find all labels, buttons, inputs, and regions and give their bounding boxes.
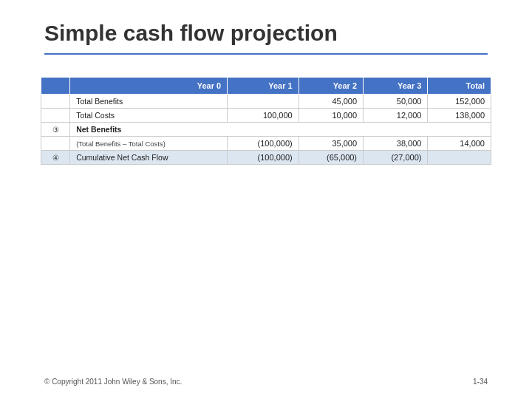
table-row: ③ Net Benefits — [41, 123, 491, 137]
col-header-year3: Year 3 — [364, 78, 428, 95]
table-header-row: Year 0 Year 1 Year 2 Year 3 Total — [41, 78, 491, 95]
col-header-label — [41, 78, 70, 95]
table-row: Total Costs 100,000 10,000 12,000 138,00… — [41, 109, 491, 123]
row-year2: 38,000 — [364, 137, 428, 151]
col-header-year0: Year 0 — [70, 78, 228, 95]
col-header-total: Total — [428, 78, 491, 95]
col-header-year2: Year 2 — [299, 78, 363, 95]
row-num-cell — [41, 109, 70, 123]
cash-flow-table: Year 0 Year 1 Year 2 Year 3 Total Total … — [41, 77, 491, 165]
table-row: ④ Cumulative Net Cash Flow (100,000) (65… — [41, 151, 491, 165]
row-label: Total Benefits — [70, 95, 228, 109]
row-total — [428, 151, 491, 165]
row-year2: 12,000 — [364, 109, 428, 123]
footer: © Copyright 2011 John Wiley & Sons, Inc.… — [0, 378, 532, 386]
row-year1: 10,000 — [299, 109, 363, 123]
row-sub-label: (Total Benefits – Total Costs) — [70, 137, 228, 151]
row-sub-indent — [41, 137, 70, 151]
row-year2: 50,000 — [364, 95, 428, 109]
row-total: 14,000 — [428, 137, 491, 151]
row-year0: (100,000) — [228, 151, 299, 165]
table-container: Year 0 Year 1 Year 2 Year 3 Total Total … — [41, 77, 491, 165]
row-label: Net Benefits — [70, 123, 491, 137]
table-row: (Total Benefits – Total Costs) (100,000)… — [41, 137, 491, 151]
row-label: Cumulative Net Cash Flow — [70, 151, 228, 165]
table-row: Total Benefits 45,000 50,000 152,000 — [41, 95, 491, 109]
row-total: 138,000 — [428, 109, 491, 123]
row-year1: (65,000) — [299, 151, 363, 165]
row-num-cell: ③ — [41, 123, 70, 137]
row-num-cell — [41, 95, 70, 109]
row-total: 152,000 — [428, 95, 491, 109]
row-year0: (100,000) — [228, 137, 299, 151]
col-header-year1: Year 1 — [228, 78, 299, 95]
row-label: Total Costs — [70, 109, 228, 123]
row-year1: 45,000 — [299, 95, 363, 109]
page-title: Simple cash flow projection — [0, 0, 532, 53]
row-year0: 100,000 — [228, 109, 299, 123]
row-num-cell: ④ — [41, 151, 70, 165]
row-year1: 35,000 — [299, 137, 363, 151]
row-year2: (27,000) — [364, 151, 428, 165]
title-divider — [44, 53, 488, 55]
copyright-text: © Copyright 2011 John Wiley & Sons, Inc. — [44, 378, 182, 386]
row-year0 — [228, 95, 299, 109]
page-number: 1-34 — [473, 378, 488, 386]
